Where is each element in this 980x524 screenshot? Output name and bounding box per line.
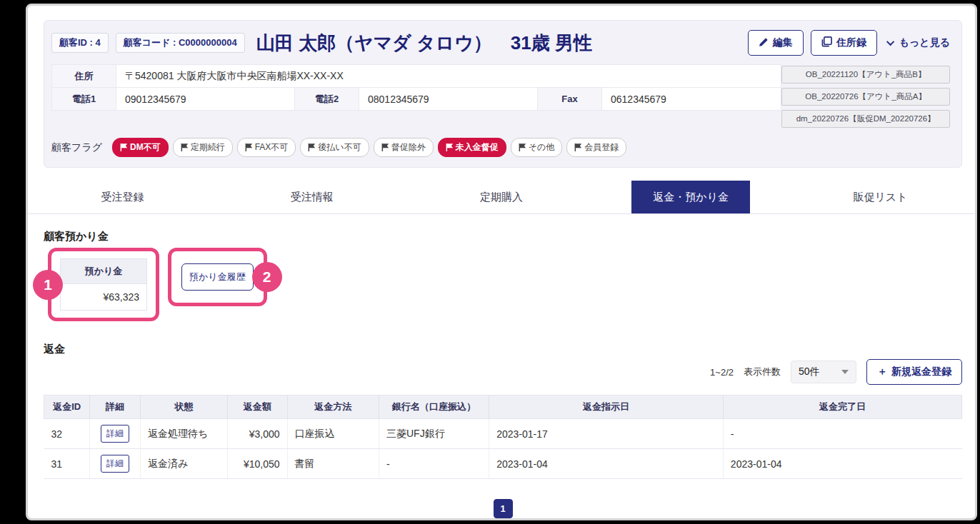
col-completed-date: 返金完了日 — [723, 395, 961, 419]
customer-code-badge: 顧客コード : C0000000004 — [116, 33, 245, 53]
detail-button[interactable]: 詳細 — [101, 455, 129, 473]
flag-icon — [120, 143, 127, 151]
per-page-label: 表示件数 — [744, 366, 781, 378]
edit-button[interactable]: 編集 — [748, 30, 804, 56]
flag-atobarai-fuka[interactable]: 後払い不可 — [300, 138, 369, 157]
campaign-tag-list: OB_20221120【アウト_商品B】 OB_20220726【アウト_商品A… — [781, 64, 950, 128]
annotation-badge-2: 2 — [252, 262, 282, 292]
col-detail: 詳細 — [90, 395, 141, 419]
col-refund-id: 返金ID — [44, 395, 90, 419]
campaign-tag: OB_20221120【アウト_商品B】 — [781, 66, 950, 84]
page-content: 顧客ID : 4 顧客コード : C0000000004 山田 太郎（ヤマダ タ… — [28, 6, 975, 518]
flag-minyukin-tokusoku[interactable]: 未入金督促 — [438, 138, 506, 157]
phone-row: 電話1 09012345679 電話2 08012345679 Fax 0612… — [52, 88, 781, 111]
tab-refund-deposit[interactable]: 返金・預かり金 — [596, 181, 786, 213]
refund-bank: - — [379, 449, 489, 479]
flags-label: 顧客フラグ — [51, 141, 102, 154]
annotation-box-2: 預かり金履歴 2 — [168, 248, 267, 306]
flag-kaiin-touroku[interactable]: 会員登録 — [566, 138, 626, 157]
address-book-icon — [821, 36, 832, 49]
flag-icon — [574, 143, 581, 151]
chevron-down-icon — [886, 38, 894, 46]
tab-promotion-list[interactable]: 販促リスト — [786, 181, 975, 213]
refund-amount: ¥10,050 — [227, 449, 287, 479]
tab-order-register[interactable]: 受注登録 — [28, 181, 217, 213]
customer-id-badge: 顧客ID : 4 — [51, 33, 109, 53]
refund-method: 書留 — [287, 449, 379, 479]
tel2-value: 08012345679 — [359, 88, 538, 111]
flag-teiki-zokkou[interactable]: 定期続行 — [173, 138, 233, 157]
caret-down-icon — [841, 370, 849, 374]
col-amount: 返金額 — [227, 395, 287, 419]
flag-sonota[interactable]: その他 — [511, 138, 563, 157]
fax-value: 0612345679 — [602, 88, 781, 111]
refund-section: 返金 1~2/2 表示件数 50件 ＋ 新規返金登録 返金ID 詳細 — [44, 343, 962, 518]
refund-table: 返金ID 詳細 状態 返金額 返金方法 銀行名（口座振込） 返金指示日 返金完了… — [44, 395, 962, 479]
flag-tokusoku-jogai[interactable]: 督促除外 — [374, 138, 434, 157]
refund-heading: 返金 — [44, 343, 962, 356]
address-book-button-label: 住所録 — [836, 36, 866, 49]
tel2-label: 電話2 — [295, 88, 359, 111]
refund-instructed-date: 2023-01-04 — [489, 449, 724, 479]
new-refund-button[interactable]: ＋ 新規返金登録 — [866, 359, 962, 385]
refund-amount: ¥3,000 — [227, 419, 287, 449]
refund-completed-date: 2023-01-04 — [723, 449, 961, 479]
refund-status: 返金済み — [140, 449, 227, 479]
tel1-label: 電話1 — [52, 88, 116, 111]
flag-icon — [181, 143, 188, 151]
detail-button[interactable]: 詳細 — [101, 425, 129, 443]
flag-icon — [381, 143, 389, 151]
page-1-button[interactable]: 1 — [494, 499, 513, 518]
tab-subscription[interactable]: 定期購入 — [406, 181, 596, 213]
refund-status: 返金処理待ち — [140, 419, 227, 449]
col-bank: 銀行名（口座振込） — [379, 395, 489, 419]
result-range: 1~2/2 — [710, 367, 734, 378]
refund-list-controls: 1~2/2 表示件数 50件 ＋ 新規返金登録 — [44, 359, 962, 385]
deposit-history-button[interactable]: 預かり金履歴 — [181, 263, 254, 291]
annotation-badge-1: 1 — [33, 270, 63, 300]
customer-header-panel: 顧客ID : 4 顧客コード : C0000000004 山田 太郎（ヤマダ タ… — [44, 20, 962, 168]
customer-title-row: 顧客ID : 4 顧客コード : C0000000004 山田 太郎（ヤマダ タ… — [51, 30, 950, 56]
new-refund-button-label: 新規返金登録 — [891, 366, 951, 378]
per-page-value: 50件 — [799, 366, 820, 378]
refund-bank: 三菱UFJ銀行 — [379, 419, 489, 449]
tab-bar: 受注登録 受注情報 定期購入 返金・預かり金 販促リスト — [28, 181, 975, 214]
pagination: 1 — [44, 499, 962, 518]
table-row: 31 詳細 返金済み ¥10,050 書留 - 2023-01-04 2023-… — [44, 449, 962, 479]
edit-button-label: 編集 — [773, 36, 793, 49]
fax-label: Fax — [538, 88, 602, 111]
col-status: 状態 — [140, 395, 227, 419]
address-book-button[interactable]: 住所録 — [811, 30, 877, 56]
customer-name: 山田 太郎（ヤマダ タロウ） 31歳 男性 — [256, 31, 592, 56]
refund-completed-date: - — [723, 419, 961, 449]
customer-flags-row: 顧客フラグ DM不可 定期続行 FAX不可 後払い不可 — [51, 138, 950, 157]
flag-icon — [308, 143, 315, 151]
col-instructed-date: 返金指示日 — [489, 395, 724, 419]
flag-icon — [245, 143, 252, 151]
refund-instructed-date: 2023-01-17 — [489, 419, 724, 449]
more-button[interactable]: もっと見る — [889, 36, 950, 49]
campaign-tag: dm_20220726【販促DM_20220726】 — [781, 110, 950, 128]
refund-table-header-row: 返金ID 詳細 状態 返金額 返金方法 銀行名（口座振込） 返金指示日 返金完了… — [44, 395, 962, 419]
flag-icon — [446, 143, 453, 151]
table-row: 32 詳細 返金処理待ち ¥3,000 口座振込 三菱UFJ銀行 2023-01… — [44, 419, 962, 449]
address-label: 住所 — [52, 65, 116, 88]
plus-icon: ＋ — [877, 366, 887, 378]
col-method: 返金方法 — [287, 395, 379, 419]
address-row: 住所 〒5420081 大阪府大阪市中央区南船場XX-XX-XX — [52, 65, 781, 88]
flag-fax-fuka[interactable]: FAX不可 — [237, 138, 296, 157]
tab-order-info[interactable]: 受注情報 — [217, 181, 406, 213]
tel1-value: 09012345679 — [116, 88, 295, 111]
pencil-icon — [759, 37, 769, 49]
refund-id: 32 — [44, 419, 90, 449]
campaign-tag: OB_20220726【アウト_商品A】 — [781, 88, 950, 106]
more-button-label: もっと見る — [899, 36, 950, 49]
flag-dm-fuka[interactable]: DM不可 — [112, 138, 169, 157]
customer-info-table: 住所 〒5420081 大阪府大阪市中央区南船場XX-XX-XX 電話1 090… — [51, 64, 781, 111]
deposit-heading: 顧客預かり金 — [44, 230, 962, 243]
per-page-select[interactable]: 50件 — [791, 361, 856, 383]
address-value: 〒5420081 大阪府大阪市中央区南船場XX-XX-XX — [116, 65, 781, 88]
refund-method: 口座振込 — [287, 419, 379, 449]
deposit-amount-header: 預かり金 — [61, 259, 146, 284]
annotation-box-1: 預かり金 ¥63,323 1 — [48, 248, 159, 321]
